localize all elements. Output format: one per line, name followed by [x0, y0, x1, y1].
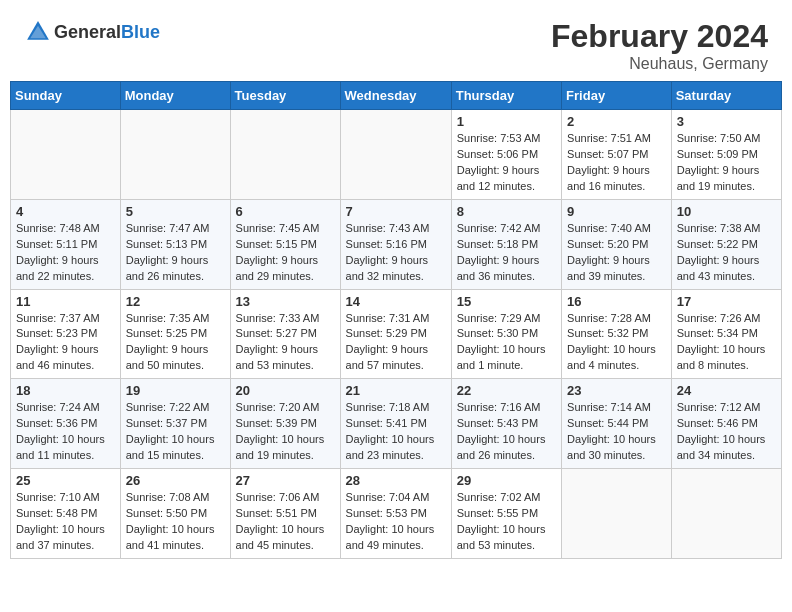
page-header: GeneralBlue February 2024 Neuhaus, Germa… — [0, 0, 792, 81]
calendar-cell: 6Sunrise: 7:45 AM Sunset: 5:15 PM Daylig… — [230, 199, 340, 289]
calendar-cell: 3Sunrise: 7:50 AM Sunset: 5:09 PM Daylig… — [671, 110, 781, 200]
day-number: 13 — [236, 294, 335, 309]
weekday-header-wednesday: Wednesday — [340, 82, 451, 110]
calendar-cell: 7Sunrise: 7:43 AM Sunset: 5:16 PM Daylig… — [340, 199, 451, 289]
calendar-table: SundayMondayTuesdayWednesdayThursdayFrid… — [10, 81, 782, 559]
calendar-cell: 23Sunrise: 7:14 AM Sunset: 5:44 PM Dayli… — [562, 379, 672, 469]
day-number: 14 — [346, 294, 446, 309]
day-info: Sunrise: 7:47 AM Sunset: 5:13 PM Dayligh… — [126, 221, 225, 285]
calendar-cell: 26Sunrise: 7:08 AM Sunset: 5:50 PM Dayli… — [120, 469, 230, 559]
calendar-week-5: 25Sunrise: 7:10 AM Sunset: 5:48 PM Dayli… — [11, 469, 782, 559]
day-number: 15 — [457, 294, 556, 309]
day-info: Sunrise: 7:48 AM Sunset: 5:11 PM Dayligh… — [16, 221, 115, 285]
calendar-cell: 2Sunrise: 7:51 AM Sunset: 5:07 PM Daylig… — [562, 110, 672, 200]
calendar-cell: 28Sunrise: 7:04 AM Sunset: 5:53 PM Dayli… — [340, 469, 451, 559]
logo-text-general: General — [54, 22, 121, 42]
weekday-header-sunday: Sunday — [11, 82, 121, 110]
logo-icon — [24, 18, 52, 46]
day-info: Sunrise: 7:53 AM Sunset: 5:06 PM Dayligh… — [457, 131, 556, 195]
day-number: 28 — [346, 473, 446, 488]
calendar-body: 1Sunrise: 7:53 AM Sunset: 5:06 PM Daylig… — [11, 110, 782, 559]
weekday-header-saturday: Saturday — [671, 82, 781, 110]
day-number: 27 — [236, 473, 335, 488]
calendar-cell — [230, 110, 340, 200]
weekday-header-friday: Friday — [562, 82, 672, 110]
day-number: 22 — [457, 383, 556, 398]
day-info: Sunrise: 7:22 AM Sunset: 5:37 PM Dayligh… — [126, 400, 225, 464]
day-info: Sunrise: 7:20 AM Sunset: 5:39 PM Dayligh… — [236, 400, 335, 464]
day-info: Sunrise: 7:04 AM Sunset: 5:53 PM Dayligh… — [346, 490, 446, 554]
day-number: 18 — [16, 383, 115, 398]
day-number: 21 — [346, 383, 446, 398]
calendar-cell: 8Sunrise: 7:42 AM Sunset: 5:18 PM Daylig… — [451, 199, 561, 289]
title-block: February 2024 Neuhaus, Germany — [551, 18, 768, 73]
day-info: Sunrise: 7:29 AM Sunset: 5:30 PM Dayligh… — [457, 311, 556, 375]
weekday-header-tuesday: Tuesday — [230, 82, 340, 110]
calendar-cell: 22Sunrise: 7:16 AM Sunset: 5:43 PM Dayli… — [451, 379, 561, 469]
calendar-cell: 18Sunrise: 7:24 AM Sunset: 5:36 PM Dayli… — [11, 379, 121, 469]
day-number: 3 — [677, 114, 776, 129]
day-number: 1 — [457, 114, 556, 129]
calendar-cell: 20Sunrise: 7:20 AM Sunset: 5:39 PM Dayli… — [230, 379, 340, 469]
calendar-week-2: 4Sunrise: 7:48 AM Sunset: 5:11 PM Daylig… — [11, 199, 782, 289]
day-number: 26 — [126, 473, 225, 488]
calendar-cell: 17Sunrise: 7:26 AM Sunset: 5:34 PM Dayli… — [671, 289, 781, 379]
calendar-cell: 1Sunrise: 7:53 AM Sunset: 5:06 PM Daylig… — [451, 110, 561, 200]
day-number: 7 — [346, 204, 446, 219]
calendar-cell: 19Sunrise: 7:22 AM Sunset: 5:37 PM Dayli… — [120, 379, 230, 469]
day-info: Sunrise: 7:14 AM Sunset: 5:44 PM Dayligh… — [567, 400, 666, 464]
day-number: 29 — [457, 473, 556, 488]
calendar-week-4: 18Sunrise: 7:24 AM Sunset: 5:36 PM Dayli… — [11, 379, 782, 469]
day-info: Sunrise: 7:16 AM Sunset: 5:43 PM Dayligh… — [457, 400, 556, 464]
day-info: Sunrise: 7:43 AM Sunset: 5:16 PM Dayligh… — [346, 221, 446, 285]
calendar-cell: 15Sunrise: 7:29 AM Sunset: 5:30 PM Dayli… — [451, 289, 561, 379]
calendar-week-3: 11Sunrise: 7:37 AM Sunset: 5:23 PM Dayli… — [11, 289, 782, 379]
day-number: 9 — [567, 204, 666, 219]
calendar-header: SundayMondayTuesdayWednesdayThursdayFrid… — [11, 82, 782, 110]
calendar-cell: 9Sunrise: 7:40 AM Sunset: 5:20 PM Daylig… — [562, 199, 672, 289]
day-number: 5 — [126, 204, 225, 219]
day-info: Sunrise: 7:50 AM Sunset: 5:09 PM Dayligh… — [677, 131, 776, 195]
day-info: Sunrise: 7:40 AM Sunset: 5:20 PM Dayligh… — [567, 221, 666, 285]
calendar-container: SundayMondayTuesdayWednesdayThursdayFrid… — [0, 81, 792, 569]
calendar-cell — [120, 110, 230, 200]
day-info: Sunrise: 7:33 AM Sunset: 5:27 PM Dayligh… — [236, 311, 335, 375]
calendar-cell: 12Sunrise: 7:35 AM Sunset: 5:25 PM Dayli… — [120, 289, 230, 379]
day-info: Sunrise: 7:18 AM Sunset: 5:41 PM Dayligh… — [346, 400, 446, 464]
main-title: February 2024 — [551, 18, 768, 55]
day-info: Sunrise: 7:51 AM Sunset: 5:07 PM Dayligh… — [567, 131, 666, 195]
day-info: Sunrise: 7:28 AM Sunset: 5:32 PM Dayligh… — [567, 311, 666, 375]
calendar-cell: 29Sunrise: 7:02 AM Sunset: 5:55 PM Dayli… — [451, 469, 561, 559]
day-number: 2 — [567, 114, 666, 129]
calendar-cell: 10Sunrise: 7:38 AM Sunset: 5:22 PM Dayli… — [671, 199, 781, 289]
calendar-cell: 4Sunrise: 7:48 AM Sunset: 5:11 PM Daylig… — [11, 199, 121, 289]
sub-title: Neuhaus, Germany — [551, 55, 768, 73]
calendar-cell: 5Sunrise: 7:47 AM Sunset: 5:13 PM Daylig… — [120, 199, 230, 289]
day-number: 25 — [16, 473, 115, 488]
day-number: 12 — [126, 294, 225, 309]
day-number: 8 — [457, 204, 556, 219]
day-info: Sunrise: 7:35 AM Sunset: 5:25 PM Dayligh… — [126, 311, 225, 375]
day-number: 11 — [16, 294, 115, 309]
calendar-cell — [562, 469, 672, 559]
logo: GeneralBlue — [24, 18, 160, 46]
day-number: 19 — [126, 383, 225, 398]
calendar-cell: 16Sunrise: 7:28 AM Sunset: 5:32 PM Dayli… — [562, 289, 672, 379]
weekday-header-thursday: Thursday — [451, 82, 561, 110]
day-info: Sunrise: 7:31 AM Sunset: 5:29 PM Dayligh… — [346, 311, 446, 375]
calendar-cell: 25Sunrise: 7:10 AM Sunset: 5:48 PM Dayli… — [11, 469, 121, 559]
day-number: 6 — [236, 204, 335, 219]
day-info: Sunrise: 7:02 AM Sunset: 5:55 PM Dayligh… — [457, 490, 556, 554]
calendar-cell: 13Sunrise: 7:33 AM Sunset: 5:27 PM Dayli… — [230, 289, 340, 379]
day-info: Sunrise: 7:37 AM Sunset: 5:23 PM Dayligh… — [16, 311, 115, 375]
day-info: Sunrise: 7:24 AM Sunset: 5:36 PM Dayligh… — [16, 400, 115, 464]
calendar-cell: 11Sunrise: 7:37 AM Sunset: 5:23 PM Dayli… — [11, 289, 121, 379]
day-number: 16 — [567, 294, 666, 309]
day-number: 4 — [16, 204, 115, 219]
weekday-header-monday: Monday — [120, 82, 230, 110]
day-info: Sunrise: 7:06 AM Sunset: 5:51 PM Dayligh… — [236, 490, 335, 554]
calendar-cell — [671, 469, 781, 559]
day-info: Sunrise: 7:38 AM Sunset: 5:22 PM Dayligh… — [677, 221, 776, 285]
day-info: Sunrise: 7:45 AM Sunset: 5:15 PM Dayligh… — [236, 221, 335, 285]
day-info: Sunrise: 7:26 AM Sunset: 5:34 PM Dayligh… — [677, 311, 776, 375]
